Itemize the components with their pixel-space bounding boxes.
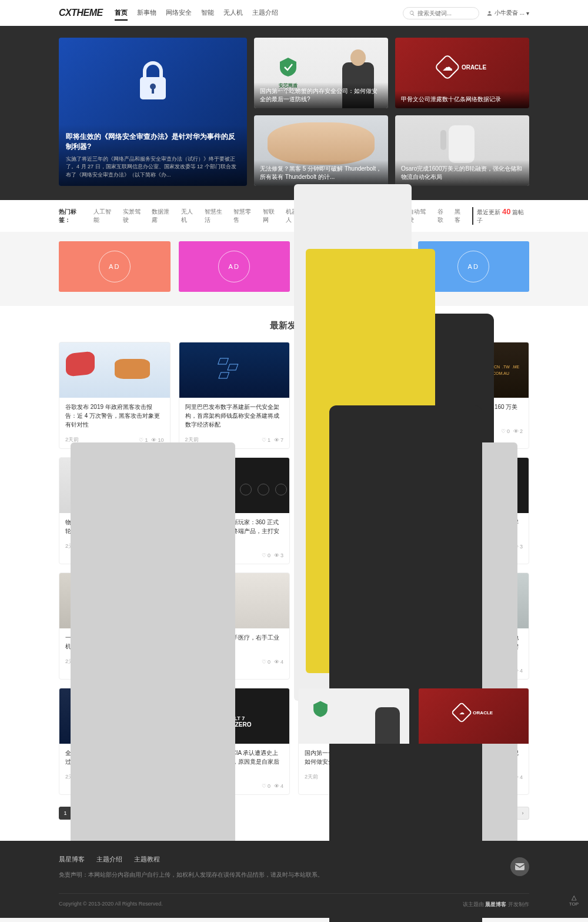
tag-12[interactable]: 自动驾驶: [408, 208, 432, 224]
post-thumb: [59, 342, 170, 398]
ad-2[interactable]: AD: [179, 241, 290, 292]
eye-icon: 👁: [151, 437, 156, 443]
user-menu[interactable]: 小牛爱奋 ... ▾: [486, 9, 529, 17]
mail-button[interactable]: [510, 857, 529, 876]
hero-main-title: 即将生效的《网络安全审查办法》是针对华为事件的反制利器?: [66, 132, 240, 152]
svg-rect-3: [152, 88, 154, 94]
footer: 晨星博客 主题介绍 主题教程 免责声明：本网站部分内容由用户自行上传，如权利人发…: [0, 841, 588, 918]
svg-rect-4: [218, 358, 229, 364]
footer-links: 晨星博客 主题介绍 主题教程: [59, 855, 529, 864]
post-time: 2天前: [305, 773, 318, 781]
tag-3[interactable]: 无人机: [181, 208, 199, 224]
post-likes: ♡1: [139, 437, 148, 443]
post-views: 👁7: [274, 437, 283, 443]
header: CXTHEME 首页 新事物 网络安全 智能 无人机 主题介绍 小牛爱奋 ...…: [0, 0, 588, 26]
latest-section: 最新发布new 谷歌发布 2019 年政府黑客攻击报告：近 4 万次警告，黑客攻…: [0, 306, 588, 841]
post-thumb: [179, 342, 290, 398]
credit: 该主题由 晨星博客 开发制作: [463, 901, 529, 908]
tag-14[interactable]: 黑客: [455, 208, 466, 224]
post-likes: ♡1: [262, 437, 270, 443]
nav-new[interactable]: 新事物: [137, 6, 156, 21]
hero-card-4[interactable]: Osaro完成1600万美元的B轮融资，强化仓储和物流自动化布局: [395, 115, 529, 186]
footer-link-theme[interactable]: 主题介绍: [96, 855, 122, 864]
heart-icon: ♡: [139, 437, 143, 443]
post-grid: 谷歌发布 2019 年政府黑客攻击报告：近 4 万次警告，黑客攻击对象更有针对性…: [59, 342, 529, 795]
post-views: 👁4: [274, 783, 283, 789]
svg-point-0: [489, 11, 491, 13]
heart-icon: ♡: [501, 428, 506, 434]
footer-link-blog[interactable]: 晨星博客: [59, 855, 85, 864]
post-thumb: ☁ORACLE: [419, 688, 529, 744]
svg-rect-5: [228, 364, 238, 370]
nav-drone[interactable]: 无人机: [223, 6, 243, 21]
eye-icon: 👁: [274, 437, 279, 443]
user-icon: [486, 10, 493, 16]
logo[interactable]: CXTHEME: [59, 8, 103, 18]
eye-icon: 👁: [274, 659, 279, 665]
nav-security[interactable]: 网络安全: [166, 6, 192, 21]
user-name: 小牛爱奋 ...: [495, 9, 524, 17]
post-views: 👁3: [274, 552, 283, 558]
svg-rect-7: [515, 863, 524, 870]
hero-card-3-title: 无法修复？黑客 5 分钟即可破解 Thunderbolt，所有装有 Thunde…: [254, 160, 388, 186]
tag-4[interactable]: 智慧生活: [205, 208, 228, 224]
post-card[interactable]: 谷歌发布 2019 年政府黑客攻击报告：近 4 万次警告，黑客攻击对象更有针对性…: [59, 342, 171, 449]
page-next[interactable]: ›: [516, 807, 529, 820]
hero-main-desc: 实施了将近三年的《网络产品和服务安全审查办法（试行）》终于要被正了。4 月 27…: [66, 155, 240, 179]
post-card[interactable]: 阿里巴巴发布数字基建新一代安全架构，首席架构师钱磊称安全基建将成数字经济标配2天…: [179, 342, 290, 449]
nav-ai[interactable]: 智能: [201, 6, 214, 21]
nav-theme[interactable]: 主题介绍: [252, 6, 278, 21]
page-1[interactable]: 1: [59, 807, 72, 820]
tag-0[interactable]: 人工智能: [93, 208, 117, 224]
chevron-down-icon: ▾: [526, 10, 529, 16]
post-likes: ♡0: [262, 659, 270, 665]
post-views: 👁4: [274, 659, 283, 665]
tag-6[interactable]: 智联网: [263, 208, 280, 224]
post-likes: ♡0: [262, 552, 270, 558]
post-likes: ♡0: [501, 428, 510, 434]
hero-main-card[interactable]: 即将生效的《网络安全审查办法》是针对华为事件的反制利器? 实施了将近三年的《网络…: [59, 38, 247, 186]
post-thumb: [299, 688, 409, 744]
post-title: 阿里巴巴发布数字基建新一代安全架构，首席架构师钱磊称安全基建将成数字经济标配: [185, 402, 284, 429]
tag-1[interactable]: 实景驾驶: [123, 208, 146, 224]
tag-5[interactable]: 智慧零售: [233, 208, 257, 224]
footer-link-tutorial[interactable]: 主题教程: [134, 855, 160, 864]
hero-card-4-title: Osaro完成1600万美元的B轮融资，强化仓储和物流自动化布局: [395, 160, 529, 186]
search-input[interactable]: [415, 9, 473, 18]
tag-13[interactable]: 谷歌: [437, 208, 449, 224]
svg-rect-6: [219, 372, 229, 378]
main-nav: 首页 新事物 网络安全 智能 无人机 主题介绍: [115, 6, 403, 21]
post-likes: ♡0: [262, 783, 270, 789]
copyright: Copyright © 2013-2020 All Rights Reserve…: [59, 901, 163, 908]
eye-icon: 👁: [513, 428, 519, 434]
hero-card-3[interactable]: 无法修复？黑客 5 分钟即可破解 Thunderbolt，所有装有 Thunde…: [254, 115, 388, 186]
disclaimer: 免责声明：本网站部分内容由用户自行上传，如权利人发现存在误传其作品情形，请及时与…: [59, 871, 529, 879]
heart-icon: ♡: [262, 783, 266, 789]
heart-icon: ♡: [262, 437, 266, 443]
oracle-icon: ☁: [434, 54, 460, 81]
hero-card-1-title: 国内第一个吃螃蟹的内存安全公司：如何做安全的最后一道防线?: [254, 82, 388, 108]
eye-icon: 👁: [274, 783, 279, 789]
search-box[interactable]: [403, 7, 479, 19]
tag-2[interactable]: 数据泄露: [152, 208, 175, 224]
hero-card-2-title: 甲骨文公司泄露数十亿条网络数据记录: [395, 91, 529, 108]
back-to-top[interactable]: TOP: [567, 894, 581, 910]
oracle-text: ORACLE: [462, 64, 486, 71]
search-icon: [409, 10, 415, 16]
hero-card-1[interactable]: 安芯网盾AN XIN SEC 国内第一个吃螃蟹的内存安全公司：如何做安全的最后一…: [254, 38, 388, 108]
nav-home[interactable]: 首页: [115, 6, 128, 21]
ad-1[interactable]: AD: [59, 241, 171, 292]
hero: 即将生效的《网络安全审查办法》是针对华为事件的反制利器? 实施了将近三年的《网络…: [0, 26, 588, 200]
heart-icon: ♡: [262, 659, 266, 665]
tags-label: 热门标签：: [59, 208, 88, 224]
post-views: 👁10: [151, 437, 163, 443]
eye-icon: 👁: [274, 552, 279, 558]
mail-icon: [515, 863, 524, 870]
post-views: 👁2: [513, 428, 523, 434]
heart-icon: ♡: [262, 552, 266, 558]
recent-updates: 最近更新 40 篇帖子: [472, 207, 529, 225]
lock-icon: [134, 59, 172, 105]
hero-card-2[interactable]: ☁ORACLE 甲骨文公司泄露数十亿条网络数据记录: [395, 38, 529, 108]
post-title: 谷歌发布 2019 年政府黑客攻击报告：近 4 万次警告，黑客攻击对象更有针对性: [65, 402, 164, 429]
